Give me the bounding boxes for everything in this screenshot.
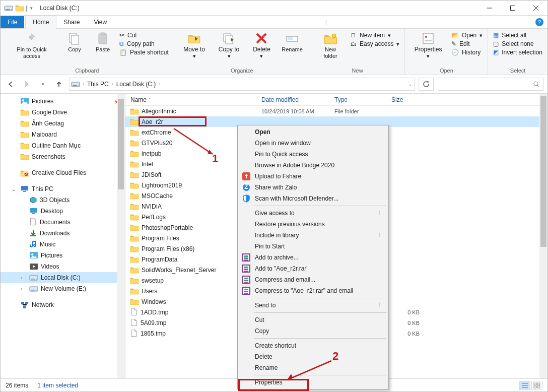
nav-forward-button[interactable]	[21, 78, 33, 90]
context-item[interactable]: Give access to〉	[239, 208, 387, 219]
open-button[interactable]: 📂Open ▾	[451, 32, 483, 39]
tab-file[interactable]: File	[1, 16, 24, 28]
tree-item[interactable]: Screenshots	[1, 151, 125, 162]
tree-item[interactable]: Pictures	[1, 250, 125, 261]
search-box[interactable]	[438, 78, 543, 91]
tree-item[interactable]: Pictures📌	[1, 96, 125, 107]
context-item[interactable]: Add to "Aoe_r2r.rar"	[239, 263, 387, 274]
scrollbar[interactable]	[117, 94, 125, 378]
chevron-right-icon[interactable]: ›	[112, 82, 113, 87]
context-item[interactable]: Upload to Fshare	[239, 171, 387, 182]
context-item[interactable]: Open	[239, 126, 387, 138]
address-box[interactable]: › This PC › Local Disk (C:) › ⌄	[69, 78, 415, 91]
context-item[interactable]: Compress to "Aoe_r2r.rar" and email	[239, 285, 387, 296]
context-item[interactable]: Open in new window	[239, 138, 387, 149]
tab-home[interactable]: Home	[25, 16, 56, 29]
context-item[interactable]: Rename	[239, 362, 387, 373]
tree-item[interactable]: ›New Volume (E:)	[1, 283, 125, 294]
help-button[interactable]: ?	[535, 18, 543, 26]
refresh-button[interactable]	[419, 78, 434, 91]
tab-share[interactable]: Share	[56, 16, 87, 28]
paste-shortcut-button[interactable]: 📋Paste shortcut	[119, 49, 169, 56]
context-item[interactable]: Add to archive...	[239, 252, 387, 263]
scrollbar-thumb[interactable]	[118, 99, 124, 189]
file-row[interactable]: Allegorithmic10/24/2019 10:08 AMFile fol…	[125, 106, 547, 116]
col-size[interactable]: Size	[386, 96, 427, 103]
easy-access-button[interactable]: 🗂Easy access ▾	[351, 40, 399, 47]
tree-item[interactable]: Videos	[1, 261, 125, 272]
expand-icon[interactable]: ›	[21, 286, 27, 292]
tree-item[interactable]: Music	[1, 239, 125, 250]
tree-item[interactable]: 3D Objects	[1, 194, 125, 206]
tree-item[interactable]: Outline Danh Mục	[1, 140, 125, 151]
copy-to-button[interactable]: Copy to ▾	[214, 31, 243, 60]
tree-item[interactable]: Network	[1, 299, 125, 310]
select-none-button[interactable]: ▢Select none	[493, 40, 542, 47]
new-item-button[interactable]: 🗋New item ▾	[351, 32, 399, 39]
address-dropdown-icon[interactable]: ⌄	[408, 82, 413, 87]
context-item[interactable]: Compress and email...	[239, 274, 387, 285]
history-button[interactable]: 🕘History	[451, 49, 483, 56]
chevron-right-icon[interactable]: ›	[83, 82, 84, 87]
delete-button[interactable]: Delete ▾	[249, 31, 275, 60]
crumb-disk[interactable]: Local Disk (C:)	[116, 81, 156, 88]
invert-selection-button[interactable]: ◩Invert selection	[493, 49, 542, 56]
nav-up-button[interactable]	[53, 78, 65, 90]
tree-item[interactable]: ⌄This PC	[1, 183, 125, 194]
context-item[interactable]: Copy	[239, 325, 387, 337]
copy-button[interactable]: Copy	[63, 31, 86, 54]
copy-path-button[interactable]: ⧉Copy path	[119, 40, 169, 47]
expand-icon[interactable]: ›	[21, 275, 27, 281]
nav-pane[interactable]: Pictures📌Google DriveẢnh GeotagMaiboardO…	[1, 94, 125, 378]
context-item[interactable]: Pin to Quick access	[239, 149, 387, 160]
new-folder-button[interactable]: New folder	[315, 31, 346, 60]
close-button[interactable]	[524, 1, 547, 16]
tree-item[interactable]: Documents	[1, 217, 125, 228]
col-type[interactable]: Type	[329, 96, 386, 103]
tree-item[interactable]: ccCreative Cloud Files	[1, 167, 125, 178]
tab-view[interactable]: View	[87, 16, 114, 28]
view-details-button[interactable]	[519, 381, 530, 390]
move-to-button[interactable]: Move to ▾	[179, 31, 210, 60]
tree-item[interactable]: Desktop	[1, 206, 125, 217]
tree-item[interactable]: Maiboard	[1, 129, 125, 140]
context-item[interactable]: Scan with Microsoft Defender...	[239, 193, 387, 204]
context-item[interactable]: Browse in Adobe Bridge 2020	[239, 160, 387, 171]
select-all-button[interactable]: ▦Select all	[493, 32, 542, 39]
context-item[interactable]: Delete	[239, 351, 387, 362]
ribbon-collapse-button[interactable]: 〈	[319, 17, 330, 28]
col-name[interactable]: Name ˄	[125, 96, 256, 103]
tree-item[interactable]: Ảnh Geotag	[1, 118, 125, 129]
context-item[interactable]: Restore previous versions	[239, 219, 387, 230]
scrollbar[interactable]	[539, 106, 547, 378]
properties-button[interactable]: Properties ▾	[410, 31, 446, 60]
expand-icon[interactable]: ⌄	[12, 186, 18, 192]
cut-button[interactable]: ✂Cut	[119, 32, 169, 39]
col-date[interactable]: Date modified	[256, 96, 329, 103]
qat-dropdown-icon[interactable]: ▾	[30, 6, 33, 11]
context-item[interactable]: Pin to Start	[239, 241, 387, 252]
paste-button[interactable]: Paste	[91, 31, 114, 54]
tree-item[interactable]: Google Drive	[1, 107, 125, 118]
context-item[interactable]: Properties	[239, 377, 387, 388]
tree-item[interactable]: Downloads	[1, 228, 125, 239]
edit-button[interactable]: ✎Edit	[451, 40, 483, 47]
context-item[interactable]: ZShare with Zalo	[239, 182, 387, 193]
minimize-button[interactable]	[478, 1, 501, 16]
pin-quick-access-button[interactable]: Pin to Quick access	[6, 31, 58, 60]
chevron-right-icon[interactable]: ›	[159, 82, 160, 87]
nav-recent-button[interactable]: ▾	[37, 78, 49, 90]
svg-rect-40	[244, 255, 248, 257]
context-item[interactable]: Send to〉	[239, 300, 387, 311]
crumb-thispc[interactable]: This PC	[87, 81, 109, 88]
nav-back-button[interactable]	[5, 78, 17, 90]
context-item[interactable]: Create shortcut	[239, 340, 387, 351]
qat-props-icon[interactable]	[16, 5, 23, 12]
maximize-button[interactable]	[501, 1, 524, 16]
view-thumbs-button[interactable]	[531, 381, 542, 390]
tree-item[interactable]: ›Local Disk (C:)	[1, 272, 125, 283]
context-item[interactable]: Include in library〉	[239, 230, 387, 241]
context-item[interactable]: Cut	[239, 314, 387, 325]
rename-button[interactable]: Rename	[280, 31, 304, 54]
scrollbar-thumb[interactable]	[540, 106, 546, 247]
